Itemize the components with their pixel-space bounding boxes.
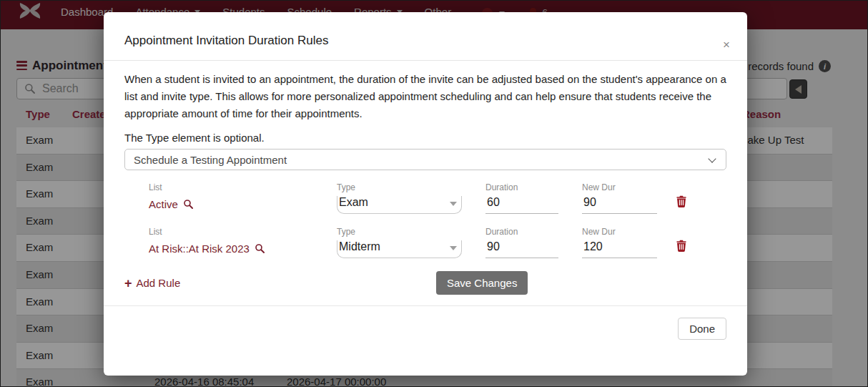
duration-label: Duration bbox=[485, 227, 582, 237]
optional-note: The Type element is optional. bbox=[124, 131, 726, 144]
type-value: Exam bbox=[339, 196, 368, 208]
delete-rule-button[interactable] bbox=[676, 240, 686, 254]
list-picker-link[interactable]: Active bbox=[149, 196, 337, 210]
type-select[interactable]: Exam bbox=[337, 196, 462, 214]
modal-body: When a student is invited to an appointm… bbox=[104, 71, 747, 297]
type-value: Midterm bbox=[339, 240, 380, 253]
add-rule-label: Add Rule bbox=[137, 277, 181, 289]
app-frame: Dashboard Attendance Students Schedule R… bbox=[0, 0, 868, 387]
modal-footer: Done bbox=[104, 305, 747, 351]
modal-header: Appointment Invitation Duration Rules × bbox=[104, 12, 747, 61]
invite-type-select-value: Schedule a Testing Appointment bbox=[134, 154, 287, 166]
newdur-label: New Dur bbox=[582, 227, 676, 237]
newdur-input[interactable]: 120 bbox=[582, 240, 657, 258]
rule-newdur-column: New Dur 90 bbox=[582, 182, 676, 214]
plus-icon: + bbox=[124, 278, 132, 288]
rule-newdur-column: New Dur 120 bbox=[582, 227, 676, 258]
rule-list-column: List At Risk::At Risk 2023 bbox=[149, 227, 337, 258]
list-label: List bbox=[149, 182, 337, 192]
list-label: List bbox=[149, 227, 337, 237]
list-value: Active bbox=[149, 198, 178, 210]
search-icon[interactable] bbox=[183, 199, 194, 210]
modal-actions: + Add Rule Save Changes bbox=[124, 271, 726, 297]
duration-input[interactable]: 90 bbox=[485, 240, 558, 258]
rule-list-column: List Active bbox=[149, 182, 337, 214]
delete-rule-button[interactable] bbox=[676, 195, 686, 210]
trash-icon bbox=[676, 195, 686, 207]
type-label: Type bbox=[337, 182, 485, 192]
close-icon[interactable]: × bbox=[723, 39, 730, 51]
list-value: At Risk::At Risk 2023 bbox=[149, 243, 250, 255]
search-icon[interactable] bbox=[255, 243, 265, 254]
rule-duration-column: Duration 90 bbox=[485, 227, 582, 258]
rule-row: List At Risk::At Risk 2023 Type Mid bbox=[149, 227, 726, 258]
dropdown-arrow-icon bbox=[450, 246, 457, 250]
trash-icon bbox=[676, 240, 686, 252]
add-rule-button[interactable]: + Add Rule bbox=[124, 277, 180, 289]
done-button[interactable]: Done bbox=[678, 318, 726, 340]
type-select[interactable]: Midterm bbox=[337, 240, 462, 258]
rule-duration-column: Duration 60 bbox=[485, 182, 582, 214]
newdur-input[interactable]: 90 bbox=[582, 196, 657, 214]
duration-label: Duration bbox=[485, 182, 582, 192]
list-picker-link[interactable]: At Risk::At Risk 2023 bbox=[149, 240, 337, 255]
type-label: Type bbox=[337, 227, 485, 237]
dropdown-arrow-icon bbox=[450, 202, 457, 206]
invite-type-select[interactable]: Schedule a Testing Appointment bbox=[124, 149, 726, 170]
duration-rules-modal: Appointment Invitation Duration Rules × … bbox=[104, 12, 747, 376]
rule-type-column: Type Midterm bbox=[337, 227, 485, 258]
newdur-label: New Dur bbox=[582, 182, 676, 192]
save-changes-button[interactable]: Save Changes bbox=[436, 271, 528, 295]
rule-type-column: Type Exam bbox=[337, 182, 485, 214]
rule-row: List Active Type Exam bbox=[149, 182, 726, 214]
duration-input[interactable]: 60 bbox=[485, 196, 558, 214]
chevron-down-icon bbox=[708, 155, 716, 162]
modal-description: When a student is invited to an appointm… bbox=[124, 71, 726, 122]
modal-title: Appointment Invitation Duration Rules bbox=[124, 34, 726, 48]
rules-list: List Active Type Exam bbox=[149, 182, 726, 258]
